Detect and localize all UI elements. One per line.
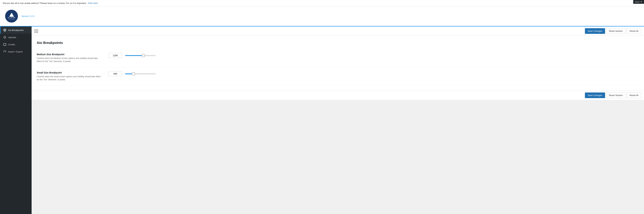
small-breakpoint-input[interactable] [108,71,122,76]
setting-label-medium: Medium Size Breakpoint [37,53,102,56]
settings-panel: Aio Breakpoints Medium Size Breakpoint C… [32,36,644,91]
bottom-toolbar: Save Changes Reset Section Reset All [32,91,644,100]
save-changes-button-top[interactable]: Save Changes [585,28,605,34]
sidebar-item-label: Import / Export [8,50,22,53]
toolbar-buttons: Save Changes Reset Section Reset All [585,28,641,34]
sidebar-item-uploads[interactable]: Uploads [0,34,32,41]
setting-label-small: Small Size Breakpoint [37,71,102,74]
sidebar-item-label: Aio Breakpoints [8,29,24,32]
small-breakpoint-slider[interactable] [125,72,156,76]
setting-control-small [108,71,156,76]
medium-breakpoint-input[interactable] [108,53,122,58]
save-changes-button-bottom[interactable]: Save Changes [585,92,605,98]
admin-bar: Aiuto ▼ [633,0,644,4]
slider-fill-medium [125,55,143,56]
comment-icon [3,43,6,46]
reset-all-button-bottom[interactable]: Reset All [627,92,641,98]
notification-link[interactable]: Click here [88,2,98,5]
notification-bar: Did you like all in one avada addons? Pl… [0,0,644,6]
grid-icon[interactable] [34,29,38,33]
reset-section-button-bottom[interactable]: Reset Section [606,92,626,98]
plugin-logo: ALL IN ONE Avada Addons [5,10,18,23]
admin-bar-chevron-icon: ▼ [640,1,642,3]
setting-info-small: Small Size Breakpoint Controls when the … [37,71,102,81]
sidebar-item-aio-breakpoints[interactable]: Aio Breakpoints [0,27,32,34]
plugin-version: Version 1.2.0 [21,15,34,18]
sidebar-item-label: Credits [8,43,15,46]
setting-control-medium [108,53,156,58]
content-area: Save Changes Reset Section Reset All Aio… [32,27,644,214]
notification-text: Did you like all in one avada addons? Pl… [3,2,98,5]
slider-thumb-medium[interactable] [142,54,145,57]
admin-bar-label: Aiuto [635,1,640,3]
setting-row-small: Small Size Breakpoint Controls when the … [37,67,639,85]
logo-triangle-icon [9,13,14,17]
circle-plus-icon [3,29,6,32]
setting-info-medium: Medium Size Breakpoint Controls when the… [37,53,102,63]
setting-desc-medium: Controls when the Medium screen options … [37,57,102,63]
reset-section-button-top[interactable]: Reset Section [606,28,626,34]
reset-all-button-top[interactable]: Reset All [627,28,641,34]
refresh-icon [3,50,6,53]
medium-breakpoint-slider[interactable] [125,54,156,57]
setting-row-medium: Medium Size Breakpoint Controls when the… [37,49,639,67]
slider-track-medium [125,55,156,56]
top-toolbar: Save Changes Reset Section Reset All [32,27,644,36]
upload-icon [3,36,6,39]
page-title: Aio Breakpoints [37,41,639,45]
sidebar-item-credits[interactable]: Credits [0,41,32,48]
sidebar: Aio Breakpoints Uploads Credits Import /… [0,27,32,214]
slider-track-small [125,73,156,74]
slider-thumb-small[interactable] [132,72,135,75]
sidebar-item-label: Uploads [8,36,16,39]
logo-text-main: ALL IN ONE [8,17,15,19]
main-layout: Aio Breakpoints Uploads Credits Import /… [0,27,644,214]
logo-text-sub: Avada Addons [8,19,15,20]
plugin-header: ALL IN ONE Avada Addons Version 1.2.0 [0,6,644,27]
setting-desc-small: Controls when the small screen options a… [37,75,102,81]
sidebar-item-import-export[interactable]: Import / Export [0,48,32,55]
toolbar-left [34,29,38,33]
